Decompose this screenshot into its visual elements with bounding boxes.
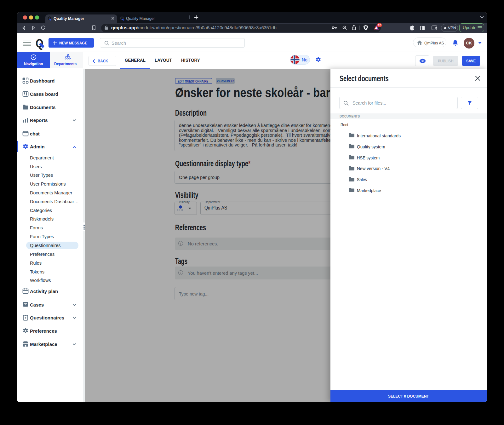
svg-text:?: ?	[25, 317, 26, 320]
